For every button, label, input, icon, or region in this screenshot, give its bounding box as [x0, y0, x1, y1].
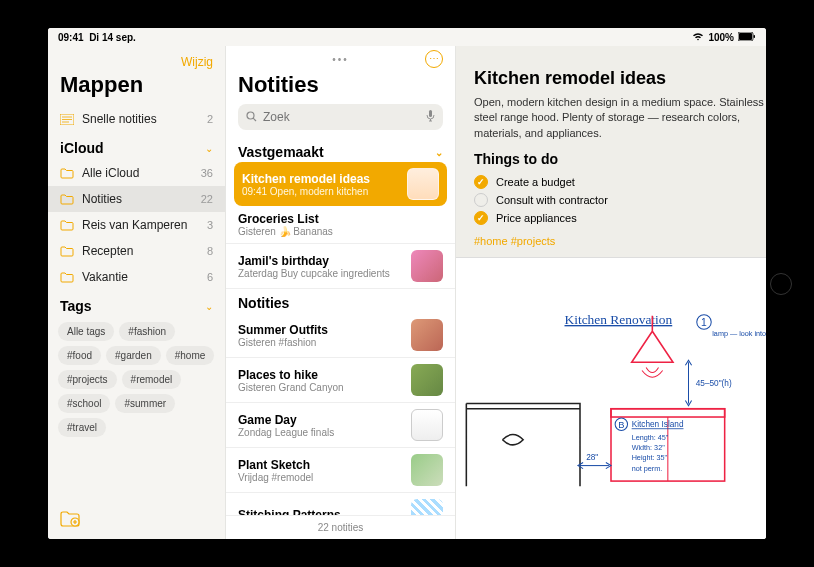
pinned-section-header[interactable]: Vastgemaakt ⌄: [226, 138, 455, 162]
notes-list-column: ••• ⋯ Notities Vastgemaakt ⌄: [226, 46, 456, 539]
tags-section-header[interactable]: Tags ⌄: [48, 290, 225, 318]
note-list-item[interactable]: Game DayZondag League finals: [226, 403, 455, 448]
battery-text: 100%: [708, 32, 734, 43]
note-item-subtitle: Gisteren Grand Canyon: [238, 382, 403, 393]
notes-list-title: Notities: [226, 72, 455, 104]
pinned-header-text: Vastgemaakt: [238, 144, 324, 160]
note-subtitle: Things to do: [474, 151, 766, 167]
quick-notes-row[interactable]: Snelle notities 2: [48, 106, 225, 132]
note-detail-pane: Kitchen remodel ideas Open, modern kitch…: [456, 46, 766, 539]
checkbox-icon[interactable]: [474, 175, 488, 189]
folder-label: Vakantie: [82, 270, 199, 284]
chevron-down-icon: ⌄: [205, 301, 213, 312]
tag-pill[interactable]: #summer: [115, 394, 175, 413]
icloud-section-header[interactable]: iCloud ⌄: [48, 132, 225, 160]
note-item-title: Kitchen remodel ideas: [242, 172, 399, 186]
note-list-item[interactable]: Plant SketchVrijdag #remodel: [226, 448, 455, 493]
checklist-item[interactable]: Create a budget: [474, 173, 766, 191]
note-item-subtitle: Vrijdag #remodel: [238, 472, 403, 483]
checkbox-icon[interactable]: [474, 211, 488, 225]
svg-text:Kitchen Island: Kitchen Island: [632, 421, 684, 430]
folder-label: Alle iCloud: [82, 166, 193, 180]
svg-text:Width: 32": Width: 32": [632, 443, 665, 452]
status-date: Di 14 sep.: [89, 32, 136, 43]
svg-text:B: B: [618, 421, 624, 431]
svg-text:not perm.: not perm.: [632, 464, 663, 473]
checklist-text: Price appliances: [496, 212, 577, 224]
note-title: Kitchen remodel ideas: [474, 68, 766, 89]
checkbox-icon[interactable]: [474, 193, 488, 207]
tag-pill[interactable]: #home: [166, 346, 215, 365]
folder-label: Recepten: [82, 244, 199, 258]
folder-count: 22: [201, 193, 213, 205]
chevron-down-icon: ⌄: [205, 143, 213, 154]
folder-row[interactable]: Vakantie6: [48, 264, 225, 290]
search-input[interactable]: [263, 110, 420, 124]
folder-row[interactable]: Notities22: [48, 186, 225, 212]
note-thumbnail: [411, 409, 443, 441]
folder-row[interactable]: Reis van Kamperen3: [48, 212, 225, 238]
folder-icon: [60, 168, 74, 179]
drag-handle-icon: •••: [332, 54, 349, 65]
note-list-item[interactable]: Places to hikeGisteren Grand Canyon: [226, 358, 455, 403]
sketch-title: Kitchen Renovation: [565, 312, 673, 327]
edit-button[interactable]: Wijzig: [181, 55, 213, 69]
svg-text:28": 28": [586, 454, 598, 463]
folder-icon: [60, 194, 74, 205]
note-thumbnail: [411, 364, 443, 396]
note-hashtags: #home #projects: [474, 235, 766, 247]
checklist-item[interactable]: Consult with contractor: [474, 191, 766, 209]
wifi-icon: [692, 32, 704, 43]
svg-point-5: [247, 112, 254, 119]
tag-pill[interactable]: Alle tags: [58, 322, 114, 341]
svg-text:45–50"(h): 45–50"(h): [696, 379, 732, 388]
notes-section-text: Notities: [238, 295, 289, 311]
svg-rect-12: [611, 409, 725, 417]
note-thumbnail: [407, 168, 439, 200]
svg-rect-6: [429, 110, 432, 117]
search-icon: [246, 111, 257, 124]
home-button[interactable]: [770, 273, 792, 295]
note-list-item[interactable]: Stitching Patterns: [226, 493, 455, 515]
tag-pill[interactable]: #projects: [58, 370, 117, 389]
note-item-subtitle: 09:41 Open, modern kitchen: [242, 186, 399, 197]
svg-text:1: 1: [701, 317, 707, 328]
note-item-title: Plant Sketch: [238, 458, 403, 472]
note-item-title: Game Day: [238, 413, 403, 427]
note-list-item[interactable]: Groceries ListGisteren 🍌 Bananas: [226, 206, 455, 244]
folder-row[interactable]: Alle iCloud36: [48, 160, 225, 186]
sketch-area[interactable]: Kitchen Renovation 1 lamp — look into op…: [456, 257, 766, 539]
search-box[interactable]: [238, 104, 443, 130]
note-body: Open, modern kitchen design in a medium …: [474, 95, 766, 141]
tag-pill[interactable]: #food: [58, 346, 101, 365]
note-list-item[interactable]: Kitchen remodel ideas09:41 Open, modern …: [234, 162, 447, 206]
more-options-button[interactable]: ⋯: [425, 50, 443, 68]
tag-pill[interactable]: #remodel: [122, 370, 182, 389]
svg-text:Height: 35": Height: 35": [632, 454, 668, 463]
tag-pill[interactable]: #travel: [58, 418, 106, 437]
quick-notes-label: Snelle notities: [82, 112, 199, 126]
note-item-title: Groceries List: [238, 212, 443, 226]
tag-pill[interactable]: #garden: [106, 346, 161, 365]
tag-pill[interactable]: #school: [58, 394, 110, 413]
note-item-title: Stitching Patterns: [238, 508, 403, 515]
sidebar-title: Mappen: [48, 72, 225, 106]
note-item-subtitle: Zondag League finals: [238, 427, 403, 438]
note-thumbnail: [411, 499, 443, 515]
note-thumbnail: [411, 250, 443, 282]
checklist-text: Create a budget: [496, 176, 575, 188]
notes-section-header[interactable]: Notities: [226, 289, 455, 313]
folder-icon: [60, 220, 74, 231]
mic-icon[interactable]: [426, 110, 435, 124]
folder-row[interactable]: Recepten8: [48, 238, 225, 264]
tags-header-text: Tags: [60, 298, 92, 314]
checklist-item[interactable]: Price appliances: [474, 209, 766, 227]
note-thumbnail: [411, 454, 443, 486]
new-folder-icon[interactable]: [60, 513, 80, 530]
note-list-item[interactable]: Jamil's birthdayZaterdag Buy cupcake ing…: [226, 244, 455, 289]
sidebar: Wijzig Mappen Snelle notities 2 iCloud ⌄…: [48, 46, 226, 539]
tag-pill[interactable]: #fashion: [119, 322, 175, 341]
note-list-item[interactable]: Summer OutfitsGisteren #fashion: [226, 313, 455, 358]
status-time: 09:41: [58, 32, 84, 43]
chevron-down-icon: ⌄: [435, 147, 443, 158]
